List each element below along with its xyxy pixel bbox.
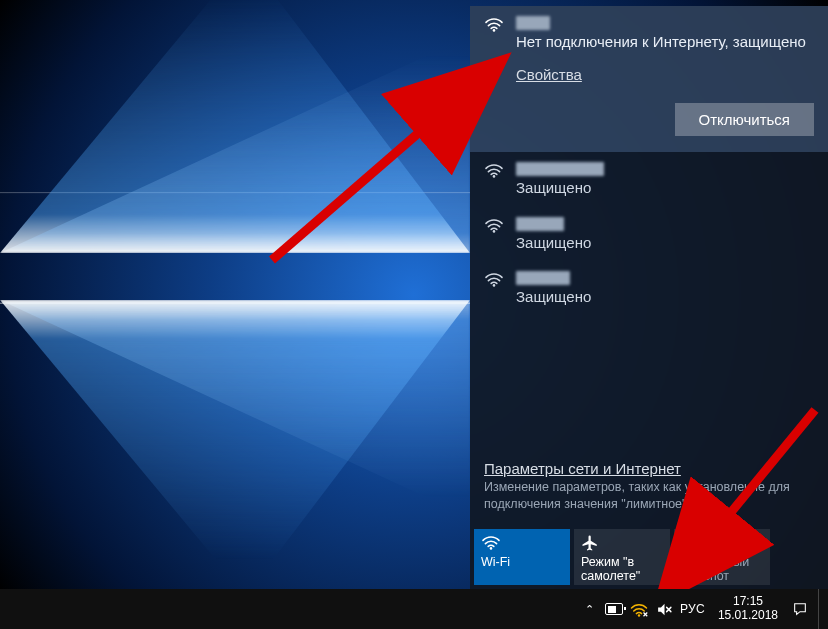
airplane-icon [581, 534, 663, 552]
svg-point-2 [493, 230, 496, 233]
wifi-icon [484, 162, 504, 178]
ssid-redacted [516, 217, 564, 231]
taskbar-clock[interactable]: 17:15 15.01.2018 [712, 595, 784, 623]
svg-point-8 [638, 614, 640, 616]
tile-wifi[interactable]: Wi-Fi [474, 529, 570, 585]
action-center-icon[interactable] [791, 601, 809, 617]
wifi-icon [484, 271, 504, 287]
network-status: Защищено [516, 287, 814, 307]
quick-action-tiles: Wi-Fi Режим "в самолете" Мобильный хот-с… [470, 529, 828, 589]
battery-icon[interactable] [605, 600, 623, 618]
input-language-indicator[interactable]: РУС [680, 602, 705, 616]
tile-mobile-hotspot[interactable]: Мобильный хот-спот [674, 529, 770, 585]
wifi-icon [481, 534, 501, 550]
network-ssid [516, 217, 814, 231]
network-item[interactable]: Защищено [470, 261, 828, 315]
wifi-icon [484, 217, 504, 233]
network-item-active[interactable]: Нет подключения к Интернету, защищено Св… [470, 6, 828, 152]
wifi-tray-icon[interactable] [630, 600, 648, 618]
network-status: Защищено [516, 233, 814, 253]
clock-date: 15.01.2018 [718, 609, 778, 623]
network-settings-link-block: Параметры сети и Интернет Изменение пара… [470, 456, 828, 529]
network-item[interactable]: Защищено [470, 207, 828, 261]
show-desktop-button[interactable] [818, 589, 824, 629]
network-settings-subtitle: Изменение параметров, таких как установл… [484, 479, 814, 513]
svg-point-3 [493, 284, 496, 287]
network-ssid [516, 16, 814, 30]
properties-link[interactable]: Свойства [516, 66, 582, 83]
network-item[interactable]: Защищено [470, 152, 828, 206]
network-settings-link[interactable]: Параметры сети и Интернет [484, 460, 814, 477]
system-tray: ⌃ РУС 17:15 15.01.2018 [580, 589, 824, 629]
tile-airplane-mode[interactable]: Режим "в самолете" [574, 529, 670, 585]
clock-time: 17:15 [718, 595, 778, 609]
network-list: Нет подключения к Интернету, защищено Св… [470, 6, 828, 456]
network-status: Защищено [516, 178, 814, 198]
tray-overflow-chevron-icon[interactable]: ⌃ [580, 600, 598, 618]
wifi-icon [484, 16, 504, 32]
ssid-redacted [516, 16, 550, 30]
svg-point-0 [493, 29, 496, 32]
svg-point-1 [493, 175, 496, 178]
hotspot-icon [681, 534, 763, 552]
network-flyout: Нет подключения к Интернету, защищено Св… [470, 6, 828, 589]
taskbar: ⌃ РУС 17:15 15.01.2018 [0, 589, 828, 629]
ssid-redacted [516, 162, 604, 176]
network-ssid [516, 271, 814, 285]
volume-muted-icon[interactable] [655, 600, 673, 618]
svg-point-4 [490, 547, 493, 550]
network-ssid [516, 162, 814, 176]
svg-point-5 [689, 540, 691, 542]
ssid-redacted [516, 271, 570, 285]
disconnect-button[interactable]: Отключиться [675, 103, 814, 136]
network-status: Нет подключения к Интернету, защищено [516, 32, 814, 52]
